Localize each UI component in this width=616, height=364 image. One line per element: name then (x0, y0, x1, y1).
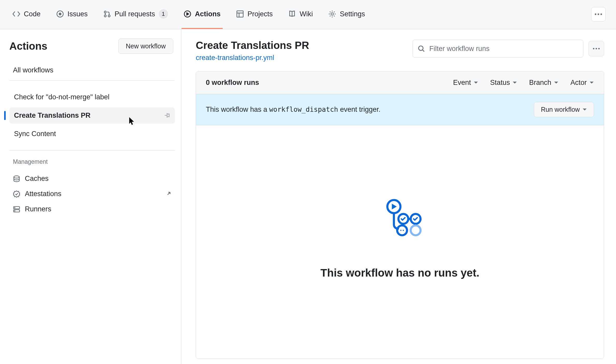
verified-icon (13, 190, 20, 198)
svg-point-17 (593, 48, 595, 49)
workflow-dispatch-banner: This workflow has a workflow_dispatch ev… (196, 94, 604, 125)
dispatch-text: This workflow has a workflow_dispatch ev… (206, 106, 380, 114)
management-item-label: Runners (25, 205, 51, 213)
dispatch-text-post: event trigger. (340, 106, 380, 113)
tab-code[interactable]: Code (10, 0, 43, 29)
empty-runs-state: This workflow has no runs yet. (196, 125, 604, 359)
tab-issues-label: Issues (68, 10, 88, 18)
svg-point-24 (400, 230, 401, 231)
book-icon (288, 10, 296, 18)
chevron-down-icon (474, 81, 478, 84)
workflow-empty-icon (375, 194, 425, 243)
sidebar-title: Actions (9, 40, 47, 52)
project-icon (236, 10, 244, 18)
tab-wiki-label: Wiki (300, 10, 313, 18)
svg-point-25 (403, 230, 404, 231)
svg-point-15 (15, 211, 15, 211)
tab-pull-requests[interactable]: Pull requests 1 (101, 0, 170, 29)
management-item-caches[interactable]: Caches (9, 171, 175, 186)
chevron-down-icon (589, 81, 594, 84)
runs-filter-dropdowns: Event Status Branch Actor (453, 79, 594, 87)
kebab-horizontal-icon (593, 48, 600, 50)
filter-label: Status (490, 79, 510, 87)
tab-issues[interactable]: Issues (54, 0, 90, 29)
svg-point-14 (15, 207, 15, 208)
code-icon (12, 10, 20, 18)
tab-projects-label: Projects (248, 10, 273, 18)
tab-wiki[interactable]: Wiki (286, 0, 315, 29)
empty-state-title: This workflow has no runs yet. (321, 267, 480, 279)
tab-settings-label: Settings (340, 10, 365, 18)
svg-point-9 (598, 13, 599, 15)
git-pull-request-icon (103, 10, 111, 18)
tab-actions[interactable]: Actions (182, 0, 223, 29)
repo-nav: Code Issues Pull requests 1 Actions Pr (0, 0, 616, 29)
workflow-item-label: Create Translations PR (14, 112, 91, 120)
filter-label: Branch (529, 79, 551, 87)
svg-point-11 (14, 176, 19, 178)
management-item-runners[interactable]: Runners (9, 202, 175, 217)
workflow-runs-box: 0 workflow runs Event Status Branch (196, 71, 604, 359)
svg-point-10 (600, 13, 602, 15)
server-icon (13, 206, 20, 213)
workflow-item-create-translations-pr[interactable]: Create Translations PR (9, 107, 175, 124)
page-body: Actions New workflow All workflows Check… (0, 29, 616, 364)
management-item-attestations[interactable]: Attestations (9, 186, 175, 202)
tab-pull-requests-label: Pull requests (115, 10, 155, 18)
filter-label: Event (453, 79, 471, 87)
workflow-header: Create Translations PR create-translatio… (196, 40, 604, 62)
workflow-main: Create Translations PR create-translatio… (181, 29, 616, 364)
play-circle-icon (184, 10, 191, 18)
workflow-title-block: Create Translations PR create-translatio… (196, 40, 309, 62)
repo-nav-overflow-button[interactable] (591, 7, 606, 21)
chevron-down-icon (554, 81, 559, 84)
tab-settings[interactable]: Settings (326, 0, 367, 29)
workflow-file-link[interactable]: create-translations-pr.yml (196, 54, 274, 62)
workflow-item-label: Sync Content (14, 130, 56, 138)
svg-point-19 (598, 48, 600, 49)
repo-nav-tabs: Code Issues Pull requests 1 Actions Pr (10, 0, 367, 29)
svg-point-8 (595, 13, 596, 15)
chevron-down-icon (582, 108, 587, 111)
workflow-item-check-do-not-merge[interactable]: Check for "do-not-merge" label (9, 89, 175, 105)
gear-icon (328, 10, 336, 18)
sidebar-header: Actions New workflow (9, 39, 175, 54)
workflow-list: Check for "do-not-merge" label Create Tr… (9, 81, 175, 151)
filter-event-dropdown[interactable]: Event (453, 79, 478, 87)
filter-search-wrap (412, 40, 583, 58)
database-icon (13, 175, 20, 182)
tab-actions-label: Actions (195, 10, 221, 18)
dispatch-text-pre: This workflow has a (206, 106, 269, 113)
run-workflow-label: Run workflow (541, 106, 580, 113)
svg-point-26 (411, 225, 421, 235)
new-workflow-button[interactable]: New workflow (118, 39, 173, 54)
workflow-title: Create Translations PR (196, 40, 309, 51)
sidebar-all-workflows[interactable]: All workflows (9, 63, 175, 81)
workflow-item-sync-content[interactable]: Sync Content (9, 126, 175, 142)
runs-count: 0 workflow runs (206, 79, 259, 87)
search-icon (418, 45, 425, 52)
workflow-item-label: Check for "do-not-merge" label (14, 93, 110, 101)
workflow-actions-menu-button[interactable] (589, 41, 604, 56)
filter-branch-dropdown[interactable]: Branch (529, 79, 559, 87)
svg-point-2 (104, 11, 106, 13)
tab-projects[interactable]: Projects (234, 0, 275, 29)
workflow-runs-header: 0 workflow runs Event Status Branch (196, 71, 604, 94)
svg-point-16 (419, 46, 423, 51)
external-link-icon (165, 191, 171, 197)
filter-actor-dropdown[interactable]: Actor (570, 79, 594, 87)
filter-runs-input[interactable] (412, 40, 583, 58)
svg-point-23 (397, 225, 407, 235)
issue-icon (56, 10, 64, 18)
management-heading: Management (13, 158, 175, 165)
kebab-horizontal-icon (595, 13, 602, 15)
svg-rect-6 (237, 11, 243, 17)
filter-status-dropdown[interactable]: Status (490, 79, 517, 87)
run-workflow-button[interactable]: Run workflow (534, 102, 594, 117)
chevron-down-icon (512, 81, 517, 84)
svg-point-7 (331, 13, 334, 15)
pr-count-badge: 1 (159, 9, 168, 19)
dispatch-code: workflow_dispatch (269, 106, 338, 113)
management-item-label: Attestations (25, 190, 61, 198)
pin-icon[interactable] (163, 112, 170, 119)
